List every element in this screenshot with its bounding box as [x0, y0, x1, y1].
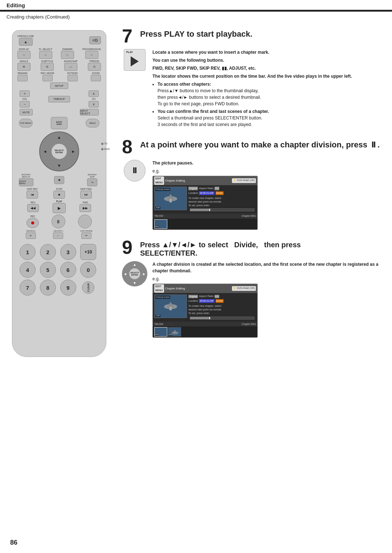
timebar-marker-1	[209, 209, 210, 211]
fishing-guide-label: Fishing Guide	[155, 188, 170, 191]
fwd-button[interactable]: ▶▶	[79, 204, 91, 212]
angle-label: ANGLE	[20, 60, 28, 62]
zoom-button[interactable]	[91, 75, 101, 81]
subtitle-label: SUBTITLE	[41, 60, 53, 62]
skip-fwd-button[interactable]: ⏭	[80, 191, 92, 199]
screenshot-bottom-1: Title:004 Chapter:0001	[153, 214, 257, 219]
dimmer-label: DIMMER	[62, 48, 73, 50]
thumb-plane-2	[170, 329, 180, 336]
input-select-button[interactable]: INPUT SELECT	[80, 109, 99, 115]
setup-button[interactable]: SETUP	[50, 82, 68, 89]
num-8-button[interactable]: 8	[40, 280, 56, 296]
star-button[interactable]: ★	[54, 176, 64, 184]
angle-button[interactable]: ⊞	[17, 63, 30, 71]
plane-svg-1	[162, 192, 180, 205]
page-number: 86	[10, 539, 17, 546]
play-triangle	[131, 56, 139, 66]
step-8-text: The picture pauses. e.g. EDITMENU Chapte…	[152, 160, 382, 230]
step-9-eg: e.g.	[152, 276, 382, 282]
freeze-button[interactable]: ⊡	[88, 63, 101, 71]
num-4-button[interactable]: 4	[20, 262, 36, 278]
subtitle-button[interactable]: ⊟	[41, 63, 54, 71]
mute-button[interactable]: MUTE	[20, 109, 33, 115]
select-enter-icon: ▲ ▼ ◄ ► SELECT/ENTER	[122, 261, 147, 286]
skip-rev-button[interactable]: ⏮	[26, 191, 38, 199]
quick-menu-button[interactable]: QUICK MENU	[19, 178, 33, 186]
title-label-2: Title:004	[154, 322, 163, 326]
dpad-left-button[interactable]: ◄	[41, 147, 49, 156]
easy-navi-button[interactable]: EASY NAVI	[51, 117, 68, 129]
play-button[interactable]: ▶	[53, 203, 66, 213]
num-5-button[interactable]: 5	[40, 262, 56, 278]
step-8-pauses: The picture pauses.	[152, 160, 382, 166]
remote-body: OPEN/CLOSE ▲ I/⏻ DISPLAY □	[12, 30, 106, 357]
num-3-button[interactable]: 3	[60, 244, 76, 260]
divide-badge-1: Divide	[216, 191, 224, 195]
num-2-button[interactable]: 2	[40, 244, 56, 260]
num-1-button[interactable]: 1	[20, 244, 36, 260]
ch-up-button[interactable]: ∧	[89, 90, 99, 97]
step-9-title: Press ▲/▼/◄/► to select Divide, then pre…	[140, 241, 301, 257]
step-8-screenshot: EDITMENU Chapter Editing 📀 DVD-RAM (VR) …	[152, 176, 258, 230]
fl-select-label: FL SELECT	[39, 48, 52, 50]
dpad-right-button[interactable]: ►	[69, 147, 78, 156]
num-9-button[interactable]: 9	[60, 280, 76, 296]
num-7-button[interactable]: 7	[20, 280, 36, 296]
vol-up-button[interactable]: +	[20, 90, 30, 97]
num-plus10-button[interactable]: +10	[80, 244, 96, 260]
step-7-number: 7	[122, 27, 136, 45]
eject-button[interactable]: ▲	[19, 38, 33, 46]
remote-control: OPEN/CLOSE ▲ I/⏻ DISPLAY □	[7, 27, 112, 357]
fl-select-button[interactable]: □	[39, 51, 52, 59]
audio-sap-label: AUDIO/SAP	[64, 60, 78, 62]
instant-skip-button[interactable]: ↪	[87, 178, 97, 186]
step-7-bullet-2: You can confirm the first and last scene…	[158, 108, 382, 128]
stop-button[interactable]: ■	[53, 191, 65, 199]
vol-down-button[interactable]: −	[20, 101, 30, 107]
rec-mode-button[interactable]	[42, 75, 53, 81]
timeslip-button[interactable]: TIMESLIP	[48, 96, 70, 102]
timebar-marker-2	[209, 317, 210, 319]
num-6-button[interactable]: 6	[60, 262, 76, 278]
zoom-label: ZOOM	[92, 72, 100, 74]
dpad-down-button[interactable]: ▼	[55, 161, 64, 170]
chp-divide-button[interactable]: ↦	[81, 232, 91, 239]
freeze-label: FREEZE	[89, 60, 99, 62]
extend-button[interactable]	[68, 75, 78, 81]
dpad-up-button[interactable]: ▲	[55, 133, 64, 142]
screenshot-desc-2: To create new chapter, selectdesired sta…	[188, 304, 256, 315]
num-0-button[interactable]: 0	[80, 262, 96, 278]
progressive-button[interactable]: □	[85, 51, 98, 59]
step-8-number: 8	[122, 137, 136, 156]
search-button[interactable]: ⊳	[26, 232, 36, 239]
top-menu-button[interactable]: TOP MENU	[19, 119, 33, 127]
remain-button[interactable]	[17, 75, 28, 81]
instant-replay-label: INSTANTREPLAY	[19, 174, 33, 178]
dvd-badge: 📀 DVD-RAM (VR)	[232, 178, 256, 183]
power-button[interactable]: I/⏻	[89, 36, 101, 44]
select-enter-button[interactable]: SELECT/ ENTER	[51, 143, 68, 160]
circle-button[interactable]	[78, 215, 92, 228]
clear-label: CLEAR	[87, 283, 90, 292]
ch-down-button[interactable]: ∨	[89, 101, 99, 107]
pause-large-button[interactable]: ⏸	[52, 215, 65, 228]
chp-divide-label: CHP DIVIDE	[80, 230, 93, 232]
skip-fwd-label: SKIP FWD	[80, 188, 91, 190]
display-button[interactable]: □	[17, 51, 30, 59]
progressive-label: PROGRESSIVE	[82, 48, 101, 50]
timebar-1	[190, 208, 254, 211]
dimmer-button[interactable]: □	[61, 51, 74, 59]
menu-button[interactable]: MENU	[86, 119, 99, 127]
screenshot-thumbnails-2: 0001 0002	[153, 326, 257, 337]
step-8-eg-label: e.g.	[152, 168, 382, 174]
remain-label: REMAIN	[17, 72, 27, 74]
audio-sap-button[interactable]: ○○	[64, 63, 77, 71]
aspect-badge-2: 4:3	[215, 295, 219, 298]
stop-label: STOP	[56, 188, 62, 190]
breadcrumb: Creating chapters (Continued)	[0, 12, 392, 20]
screenshot-thumb-1: Fishing Guide TOP	[154, 187, 187, 210]
rev-button[interactable]: ◀◀	[27, 204, 39, 212]
rec-button[interactable]	[26, 218, 39, 228]
step-9-body: A chapter division is created at the sel…	[152, 261, 382, 274]
adjust-button[interactable]: ↔	[53, 232, 63, 239]
